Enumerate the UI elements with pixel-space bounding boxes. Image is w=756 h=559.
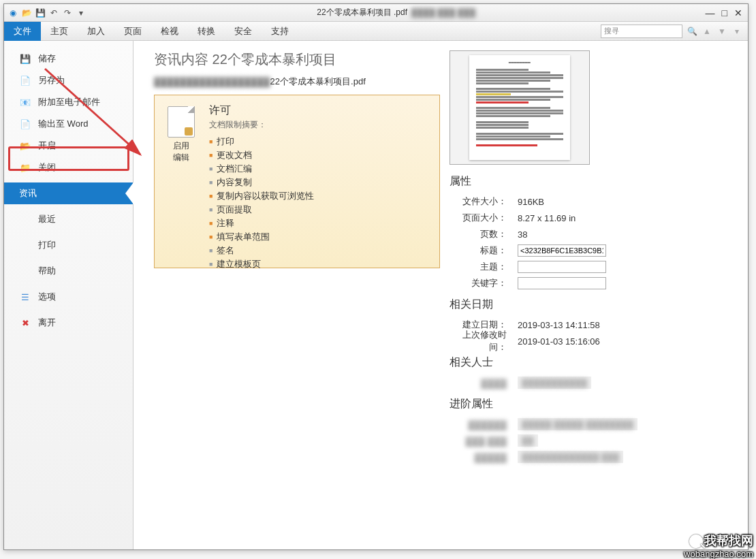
menu-页面[interactable]: 页面 — [114, 22, 151, 41]
menu-转换[interactable]: 转换 — [188, 22, 225, 41]
ico-exit-icon: ✖ — [19, 317, 31, 329]
adv-label: ▓▓▓▓▓▓ — [450, 419, 518, 430]
redo-icon[interactable]: ↷ — [61, 7, 74, 19]
side-label: 开启 — [38, 140, 56, 152]
prop-input[interactable] — [518, 261, 606, 273]
open-icon[interactable]: 📂 — [20, 7, 33, 19]
undo-icon[interactable]: ↶ — [48, 7, 60, 19]
search-input[interactable]: 搜寻 — [601, 25, 682, 38]
qat-dropdown-icon[interactable]: ▾ — [75, 7, 87, 19]
section-advanced: 进阶属性 — [450, 397, 736, 411]
perm-item: 注释 — [209, 217, 431, 230]
side-label: 输出至 Word — [38, 118, 88, 130]
menu-加入[interactable]: 加入 — [78, 22, 114, 41]
file-menu-panel: 💾储存📄另存为📧附加至电子邮件📄输出至 Word📂开启📁关闭资讯最近打印帮助☰选… — [4, 41, 133, 549]
permissions-subtitle: 文档限制摘要： — [209, 119, 431, 131]
ico-close-icon: 📁 — [19, 161, 31, 174]
page-thumbnail: ━━━━━━━━ — [450, 50, 590, 165]
side-item-3[interactable]: 📄输出至 Word — [4, 113, 133, 135]
permissions-title: 许可 — [209, 103, 431, 118]
menu-检视[interactable]: 检视 — [151, 22, 188, 41]
people-label: ▓▓▓▓ — [450, 378, 518, 388]
enable-edit-button[interactable]: 启用 编辑 — [163, 103, 200, 259]
side-item-5[interactable]: 📁关闭 — [4, 157, 133, 178]
section-people: 相关人士 — [450, 355, 736, 370]
people-value-blur: ▓▓▓▓▓▓▓▓▓▓▓ — [518, 377, 591, 389]
app-window: ◉ 📂 💾 ↶ ↷ ▾ 22个零成本暴利项目 .pdf▓▓▓▓ ▓▓▓ ▓▓▓ … — [3, 3, 749, 550]
menu-主页[interactable]: 主页 — [41, 22, 78, 41]
prop-row: 关键字： — [450, 276, 736, 291]
prop-label: 页数： — [450, 228, 518, 240]
side-label: 选项 — [38, 291, 56, 303]
side-item-0[interactable]: 💾储存 — [4, 48, 133, 69]
prop-row: 主题： — [450, 259, 736, 274]
date-value: 2019-03-13 14:11:58 — [518, 320, 600, 330]
date-label: 上次修改时间： — [450, 329, 518, 353]
date-value: 2019-01-03 15:16:06 — [518, 336, 600, 347]
perm-item: 签名 — [209, 244, 431, 257]
qat: ◉ 📂 💾 ↶ ↷ ▾ — [4, 7, 87, 19]
search-icon[interactable]: 🔍 — [687, 26, 697, 37]
prop-row: 文件大小：916KB — [450, 194, 736, 209]
adv-label: ▓▓▓ ▓▓▓ — [450, 436, 518, 446]
side-label: 离开 — [38, 317, 56, 329]
section-dates: 相关日期 — [450, 298, 736, 312]
file-path: ▓▓▓▓▓▓▓▓▓▓▓▓▓▓▓▓▓▓22个零成本暴利项目.pdf — [154, 76, 440, 88]
perm-item: 打印 — [209, 135, 431, 148]
close-button[interactable]: ✕ — [734, 7, 742, 18]
perm-item: 建立模板页 — [209, 257, 431, 271]
perm-item: 复制内容以获取可浏览性 — [209, 189, 431, 203]
date-row: 上次修改时间：2019-01-03 15:16:06 — [450, 334, 736, 349]
side-item-7[interactable]: 最近 — [4, 208, 133, 230]
side-item-6[interactable]: 资讯 — [4, 182, 133, 204]
prop-label: 页面大小： — [450, 212, 518, 224]
adv-value-blur: ▓▓▓▓▓ ▓▓▓▓▓ ▓▓▓▓▓▓▓▓ — [518, 418, 637, 430]
people-row: ▓▓▓▓▓▓▓▓▓▓▓▓▓▓▓ — [450, 375, 736, 390]
prop-value: 916KB — [518, 197, 544, 207]
perm-item: 页面提取 — [209, 203, 431, 217]
prop-input[interactable] — [518, 244, 606, 257]
perm-item: 文档汇编 — [209, 162, 431, 176]
ico-mail-icon: 📧 — [19, 96, 31, 108]
permissions-box: 启用 编辑 许可 文档限制摘要： 打印更改文档文档汇编内容复制复制内容以获取可浏… — [154, 95, 440, 268]
info-heading: 资讯内容 22个零成本暴利项目 — [154, 50, 440, 69]
side-item-1[interactable]: 📄另存为 — [4, 69, 133, 91]
side-label: 关闭 — [38, 161, 56, 174]
up-icon[interactable]: ▲ — [702, 26, 712, 37]
section-properties: 属性 — [450, 174, 736, 189]
side-item-2[interactable]: 📧附加至电子邮件 — [4, 91, 133, 113]
side-label: 另存为 — [38, 74, 65, 86]
menu-安全[interactable]: 安全 — [225, 22, 262, 41]
menu-文件[interactable]: 文件 — [4, 22, 41, 41]
dropdown-icon[interactable]: ▾ — [731, 26, 742, 37]
window-title: 22个零成本暴利项目 .pdf▓▓▓▓ ▓▓▓ ▓▓▓ — [87, 7, 706, 18]
maximize-button[interactable]: □ — [722, 7, 727, 18]
down-icon[interactable]: ▼ — [716, 26, 727, 37]
ico-word-icon: 📄 — [19, 118, 31, 130]
adv-value-blur: ▓▓▓▓▓▓▓▓▓▓▓▓▓ ▓▓▓ — [518, 451, 623, 463]
side-label: 最近 — [38, 213, 56, 225]
side-label: 帮助 — [38, 265, 56, 277]
side-item-10[interactable]: ☰选项 — [4, 286, 133, 308]
magnifier-icon — [689, 534, 703, 548]
save-icon[interactable]: 💾 — [34, 7, 46, 19]
minimize-button[interactable]: — — [706, 7, 715, 18]
watermark: 我帮找网 wobangzhao.com — [684, 532, 753, 559]
adv-row: ▓▓▓ ▓▓▓▓▓ — [450, 433, 736, 448]
prop-input[interactable] — [518, 277, 606, 289]
side-label: 附加至电子邮件 — [38, 96, 100, 108]
side-label: 资讯 — [19, 187, 37, 199]
menubar: 文件主页加入页面检视转换安全支持 搜寻 🔍 ▲ ▼ ▾ — [4, 22, 748, 41]
perm-item: 更改文档 — [209, 148, 431, 162]
prop-label: 标题： — [450, 244, 518, 257]
ico-open-icon: 📂 — [19, 140, 31, 152]
ico-save-icon: 💾 — [19, 52, 31, 65]
side-item-11[interactable]: ✖离开 — [4, 312, 133, 334]
side-item-8[interactable]: 打印 — [4, 234, 133, 256]
menu-支持[interactable]: 支持 — [262, 22, 298, 41]
side-item-4[interactable]: 📂开启 — [4, 135, 133, 157]
side-item-9[interactable]: 帮助 — [4, 260, 133, 282]
prop-row: 标题： — [450, 243, 736, 258]
permissions-list: 打印更改文档文档汇编内容复制复制内容以获取可浏览性页面提取注释填写表单范围签名建… — [209, 135, 431, 271]
side-label: 打印 — [38, 239, 56, 251]
